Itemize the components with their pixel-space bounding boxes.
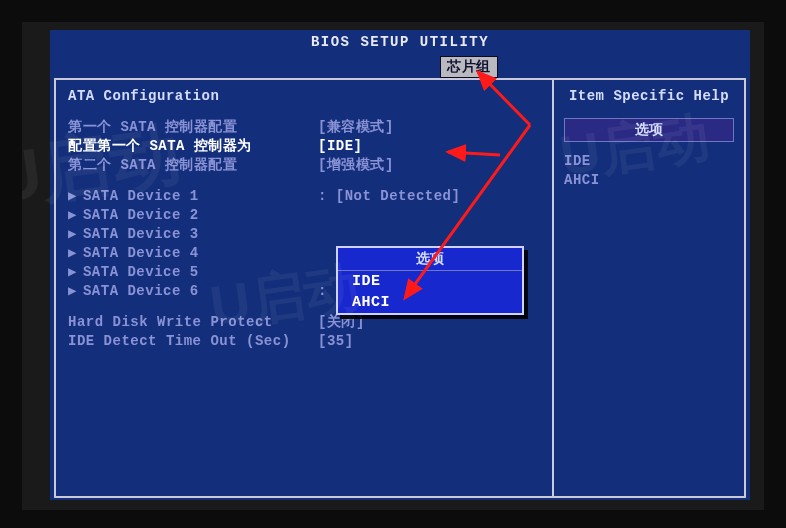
cfg-label: ▶SATA Device 6 (68, 282, 318, 301)
bios-title: BIOS SETUP UTILITY (50, 30, 750, 54)
cfg-row-sata1-as[interactable]: 配置第一个 SATA 控制器为 [IDE] (68, 137, 540, 156)
cfg-value: [增强模式] (318, 156, 394, 175)
help-panel: Item Specific Help 选项 IDE AHCI (554, 80, 744, 496)
cfg-label: 配置第一个 SATA 控制器为 (68, 137, 318, 156)
popup-title: 选项 (338, 248, 522, 271)
bios-screen: BIOS SETUP UTILITY 芯片组 ATA Configuration… (50, 30, 750, 500)
cfg-row-sata2-mode[interactable]: 第二个 SATA 控制器配置 [增强模式] (68, 156, 540, 175)
triangle-icon: ▶ (68, 245, 77, 261)
cfg-label: ▶SATA Device 1 (68, 187, 318, 206)
cfg-label: 第一个 SATA 控制器配置 (68, 118, 318, 137)
section-title: ATA Configuration (68, 88, 540, 104)
left-panel: ATA Configuration 第一个 SATA 控制器配置 [兼容模式] … (56, 80, 554, 496)
panels: ATA Configuration 第一个 SATA 控制器配置 [兼容模式] … (54, 78, 746, 498)
help-options: IDE AHCI (564, 152, 734, 190)
help-option: IDE (564, 152, 734, 171)
popup-item-ahci[interactable]: AHCI (338, 292, 522, 313)
cfg-label: ▶SATA Device 5 (68, 263, 318, 282)
device-row[interactable]: ▶SATA Device 1 : [Not Detected] (68, 187, 540, 206)
cfg-row-write-protect[interactable]: Hard Disk Write Protect [关闭] (68, 313, 540, 332)
help-box-label: 选项 (564, 118, 734, 142)
device-row[interactable]: ▶SATA Device 2 (68, 206, 540, 225)
cfg-label: ▶SATA Device 2 (68, 206, 318, 225)
triangle-icon: ▶ (68, 207, 77, 223)
triangle-icon: ▶ (68, 226, 77, 242)
cfg-value: [关闭] (318, 313, 365, 332)
cfg-label: 第二个 SATA 控制器配置 (68, 156, 318, 175)
cfg-value: [IDE] (318, 137, 363, 156)
cfg-label: Hard Disk Write Protect (68, 313, 318, 332)
cfg-value: [兼容模式] (318, 118, 394, 137)
triangle-icon: ▶ (68, 264, 77, 280)
cfg-label: ▶SATA Device 3 (68, 225, 318, 244)
cfg-label: IDE Detect Time Out (Sec) (68, 332, 318, 351)
tab-chipset[interactable]: 芯片组 (440, 56, 498, 78)
help-option: AHCI (564, 171, 734, 190)
cfg-row-sata1-mode[interactable]: 第一个 SATA 控制器配置 [兼容模式] (68, 118, 540, 137)
options-popup[interactable]: 选项 IDE AHCI (336, 246, 524, 315)
cfg-label: ▶SATA Device 4 (68, 244, 318, 263)
cfg-value: : [Not Detected] (318, 187, 460, 206)
popup-item-ide[interactable]: IDE (338, 271, 522, 292)
help-title: Item Specific Help (564, 88, 734, 104)
device-row[interactable]: ▶SATA Device 3 (68, 225, 540, 244)
config-rows: 第一个 SATA 控制器配置 [兼容模式] 配置第一个 SATA 控制器为 [I… (68, 118, 540, 351)
menu-tab-row: 芯片组 (50, 54, 750, 78)
triangle-icon: ▶ (68, 283, 77, 299)
triangle-icon: ▶ (68, 188, 77, 204)
cfg-value: [35] (318, 332, 354, 351)
cfg-row-ide-timeout[interactable]: IDE Detect Time Out (Sec) [35] (68, 332, 540, 351)
